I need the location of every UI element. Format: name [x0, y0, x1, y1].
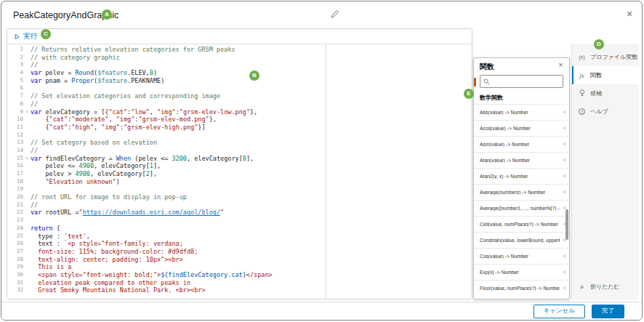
- fold-spacer: [23, 61, 31, 69]
- code-text: text-align: center; padding: 10px"><br>: [31, 256, 183, 264]
- code-line[interactable]: 24return {: [7, 225, 326, 233]
- fold-spacer: [23, 193, 31, 201]
- code-line[interactable]: 28 text-align: center; padding: 10px"><b…: [7, 256, 326, 264]
- function-list-item[interactable]: Exp(x) -> Number›: [474, 264, 569, 280]
- fold-spacer: [23, 279, 31, 287]
- code-editor[interactable]: 1// Returns relative elevation categorie…: [7, 44, 326, 299]
- fold-spacer: [23, 185, 31, 193]
- code-line[interactable]: 21//: [7, 201, 326, 209]
- fold-spacer: [23, 54, 31, 62]
- function-list-item[interactable]: Abs(value) -> Number›: [474, 104, 569, 120]
- code-line[interactable]: 12: [7, 132, 326, 140]
- sidebar-item-functions[interactable]: fx関数: [572, 66, 639, 84]
- function-signature: Ceil(value, numPlaces?) -> Number: [480, 222, 558, 227]
- function-search-input[interactable]: [491, 78, 563, 86]
- code-line[interactable]: 10 {"cat":"moderate", "img":"grsm-elev-m…: [7, 116, 326, 124]
- line-number: 7: [7, 92, 23, 100]
- code-line[interactable]: 27 font-size: 115%; background-color: #d…: [7, 248, 326, 256]
- code-line[interactable]: 32 Great Smoky Mountains National Park. …: [7, 286, 326, 294]
- code-line[interactable]: 23: [7, 217, 326, 225]
- fold-spacer: [23, 271, 31, 279]
- line-number: 2: [7, 54, 23, 62]
- sidebar-collapse-button[interactable]: » 折りたたむ: [572, 279, 639, 294]
- line-number: 6: [7, 84, 23, 92]
- done-button[interactable]: 完了: [592, 305, 624, 318]
- run-play-icon: [14, 33, 20, 40]
- function-list-item[interactable]: Floor(value, numPlaces?) -> Number›: [474, 280, 569, 296]
- code-line[interactable]: 9›var elevCategory = [{"cat":"low", "img…: [7, 108, 326, 116]
- sidebar-item-label: 関数: [590, 71, 602, 79]
- code-line[interactable]: 26 text : `<p style="font-family: verdan…: [7, 240, 326, 248]
- scrollbar-thumb[interactable]: [565, 209, 568, 240]
- code-line[interactable]: 1// Returns relative elevation categorie…: [7, 46, 326, 54]
- line-number: 27: [7, 248, 23, 256]
- code-line[interactable]: 29 This is a: [7, 263, 326, 271]
- close-icon[interactable]: ×: [623, 7, 636, 20]
- edit-title-pencil-icon[interactable]: [330, 9, 342, 20]
- function-signature: Acos(value) -> Number: [480, 126, 531, 131]
- function-signature: Exp(x) -> Number: [480, 270, 519, 275]
- code-line[interactable]: 18 "Elevation unknown"): [7, 178, 326, 186]
- editor-toolbar: 実行: [7, 29, 472, 44]
- code-line[interactable]: 25 type : 'text',: [7, 233, 326, 241]
- function-list-item[interactable]: Constrain(value, lowerBound, upperBound)…: [474, 232, 569, 248]
- code-line[interactable]: 6: [7, 84, 326, 92]
- sidebar-item-suggestions-bulb[interactable]: 候補: [572, 84, 639, 102]
- code-line[interactable]: 31 elevation peak compared to other peak…: [7, 279, 326, 287]
- code-text: //: [31, 201, 38, 209]
- line-number: 19: [7, 185, 23, 193]
- line-number: 8: [7, 100, 23, 108]
- function-list-item[interactable]: Atan(value) -> Number›: [474, 152, 569, 168]
- functions-panel-header: 関数 ×: [474, 58, 569, 73]
- fold-spacer: [23, 256, 31, 264]
- code-text: //: [31, 147, 38, 155]
- code-line[interactable]: 13// Set category based on elevation: [7, 139, 326, 147]
- fold-spacer: [23, 139, 31, 147]
- code-line[interactable]: 19: [7, 185, 326, 193]
- script-editor-pane: 実行 1// Returns relative elevation catego…: [7, 28, 472, 299]
- code-line[interactable]: 14//: [7, 147, 326, 155]
- footer-bar: キャンセル 完了: [1, 302, 642, 320]
- code-line[interactable]: 22var rootURL ="https://downloads.esri.c…: [7, 209, 326, 217]
- code-line[interactable]: 11 {"cat":"high", "img":"grsm-elev-high.…: [7, 124, 326, 132]
- code-line[interactable]: 5var pnam = Proper($feature.PEAKNAME): [7, 77, 326, 85]
- cancel-button[interactable]: キャンセル: [534, 305, 586, 318]
- code-line[interactable]: 17 pelev > 4900, elevCategory[2],: [7, 170, 326, 178]
- fold-chevron-icon[interactable]: ›: [23, 108, 31, 116]
- sidebar-item-profile-variables[interactable]: (x)プロファイル変数: [572, 48, 639, 66]
- code-line[interactable]: 30 <span style="font-weight: bold;">${fi…: [7, 271, 326, 279]
- function-list-item[interactable]: Acos(value) -> Number›: [474, 120, 569, 136]
- code-line[interactable]: 7// Set elevation categories and corresp…: [7, 92, 326, 100]
- function-list-item[interactable]: Ceil(value, numPlaces?) -> Number›: [474, 216, 569, 232]
- code-text: pelev <= 4900, elevCategory[1],: [31, 162, 161, 170]
- function-signature: Floor(value, numPlaces?) -> Number: [480, 286, 560, 291]
- sidebar-item-help[interactable]: ?ヘルプ: [572, 102, 639, 121]
- fold-spacer: [23, 132, 31, 140]
- function-list-item[interactable]: Average(numbers) -> Number›: [474, 184, 569, 200]
- sidebar-item-label: ヘルプ: [590, 108, 608, 116]
- code-line[interactable]: 20// root URL for image to display in po…: [7, 193, 326, 201]
- function-list-item[interactable]: Cos(value) -> Number›: [474, 248, 569, 264]
- collapse-chevrons-icon: »: [577, 283, 587, 291]
- fold-chevron-icon[interactable]: ›: [23, 155, 31, 163]
- function-list-item[interactable]: Average([number1, ..., numberN]?) -> Num…: [474, 200, 569, 216]
- line-number: 17: [7, 170, 23, 178]
- code-line[interactable]: 15›var findElevCategory = When (pelev <=…: [7, 155, 326, 163]
- code-line[interactable]: 3//: [7, 61, 326, 69]
- function-list-item[interactable]: Asin(value) -> Number›: [474, 136, 569, 152]
- code-text: var elevCategory = [{"cat":"low", "img":…: [31, 108, 257, 116]
- function-list-item[interactable]: Atan2(y, x) -> Number›: [474, 168, 569, 184]
- code-line[interactable]: 8//: [7, 100, 326, 108]
- code-line[interactable]: 4var pelev = Round($feature.ELEV,0): [7, 69, 326, 77]
- code-line[interactable]: 2// with category graphic: [7, 54, 326, 62]
- function-signature: Abs(value) -> Number: [480, 110, 528, 115]
- annotation-badge-a: A: [102, 9, 112, 20]
- function-list-scrollbar[interactable]: [565, 100, 568, 297]
- fold-spacer: [23, 217, 31, 225]
- functions-panel-title: 関数: [480, 62, 494, 72]
- functions-panel-close-icon[interactable]: ×: [556, 60, 565, 70]
- fold-spacer: [23, 100, 31, 108]
- code-line[interactable]: 16 pelev <= 4900, elevCategory[1],: [7, 162, 326, 170]
- run-button[interactable]: 実行: [23, 32, 37, 41]
- functions-icon: fx: [577, 72, 587, 79]
